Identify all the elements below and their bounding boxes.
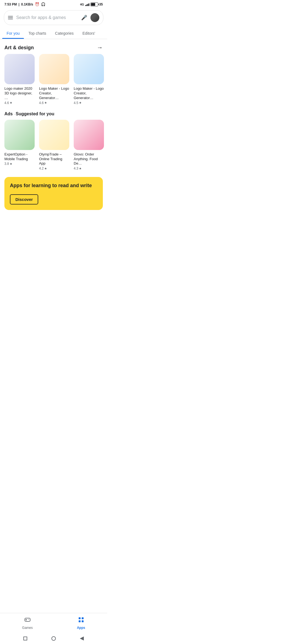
search-placeholder: Search for apps & games (16, 15, 78, 20)
ad-name-2: OlympTrade – Online Trading App (39, 152, 69, 166)
art-design-arrow[interactable]: → (97, 44, 103, 51)
discover-button[interactable]: Discover (10, 194, 38, 204)
app-name-1: Logo maker 2020 3D logo designer, … (4, 86, 35, 100)
alarm-icon: ⏰ (35, 2, 39, 6)
ad-card-3[interactable]: Glovo: Order Anything. Food De… 4.3 ★ (74, 120, 104, 171)
ad-card-1[interactable]: ExpertOption - Mobile Trading 3.8 ★ (4, 120, 35, 171)
ad-icon-3 (74, 120, 104, 150)
ad-star-icon-3: ★ (79, 167, 82, 170)
menu-icon[interactable] (8, 16, 13, 19)
battery-level: 35 (99, 2, 103, 6)
mic-icon[interactable]: 🎤 (81, 15, 87, 21)
art-design-header: Art & design → (0, 39, 107, 54)
search-container: Search for apps & games 🎤 (0, 7, 107, 28)
headphone-icon: 🎧 (41, 2, 45, 6)
battery-icon (90, 2, 98, 6)
app-icon-2 (39, 54, 69, 84)
app-rating-2: 4.6 ★ (39, 101, 69, 105)
art-design-title: Art & design (4, 45, 34, 51)
ad-rating-3: 4.3 ★ (74, 167, 104, 170)
star-icon-2: ★ (44, 101, 47, 105)
network-speed-value: 0.1KB/s (21, 2, 33, 6)
app-card-2[interactable]: Logo Maker - Logo Creator, Generator… 4.… (39, 54, 69, 105)
star-icon-3: ★ (79, 101, 82, 105)
star-icon-1: ★ (10, 101, 12, 105)
ad-star-icon-2: ★ (44, 167, 47, 170)
ad-rating-1: 3.8 ★ (4, 162, 35, 166)
art-design-app-row: Logo maker 2020 3D logo designer, … 4.6 … (0, 54, 107, 109)
tabs-bar: For you Top charts Categories Editors' (0, 28, 107, 39)
ad-name-1: ExpertOption - Mobile Trading (4, 152, 35, 162)
tab-editors[interactable]: Editors' (78, 28, 100, 39)
network-speed: | (18, 2, 19, 6)
promo-card: Apps for learning to read and write Disc… (4, 177, 103, 210)
app-card-1[interactable]: Logo maker 2020 3D logo designer, … 4.6 … (4, 54, 35, 105)
ad-star-icon-1: ★ (10, 162, 12, 166)
carrier-label: 4G (80, 3, 84, 6)
app-rating-3: 4.5 ★ (74, 101, 104, 105)
time: 7:53 PM (4, 2, 17, 6)
app-icon-3 (74, 54, 104, 84)
app-rating-1: 4.6 ★ (4, 101, 35, 105)
tab-categories[interactable]: Categories (51, 28, 78, 39)
ad-icon-2 (39, 120, 69, 150)
app-name-3: Logo Maker - Logo Creator, Generator… (74, 86, 104, 100)
tab-top-charts[interactable]: Top charts (24, 28, 51, 39)
status-bar: 7:53 PM | 0.1KB/s ⏰ 🎧 4G 35 (0, 0, 107, 7)
ads-app-row: ExpertOption - Mobile Trading 3.8 ★ Olym… (0, 118, 107, 175)
ad-icon-1 (4, 120, 35, 150)
promo-title: Apps for learning to read and write (10, 182, 97, 189)
ad-rating-2: 4.2 ★ (39, 167, 69, 170)
ad-card-2[interactable]: OlympTrade – Online Trading App 4.2 ★ (39, 120, 69, 171)
tab-for-you[interactable]: For you (2, 28, 24, 39)
app-card-3[interactable]: Logo Maker - Logo Creator, Generator… 4.… (74, 54, 104, 105)
ads-section: Ads · Suggested for you (0, 109, 107, 116)
status-right: 4G 35 (80, 2, 103, 6)
app-icon-1 (4, 54, 35, 84)
status-left: 7:53 PM | 0.1KB/s ⏰ 🎧 (4, 2, 45, 6)
avatar[interactable] (90, 13, 99, 22)
signal-icon (85, 3, 89, 6)
app-name-2: Logo Maker - Logo Creator, Generator… (39, 86, 69, 100)
search-bar[interactable]: Search for apps & games 🎤 (4, 10, 103, 25)
ads-label: Ads · Suggested for you (4, 111, 103, 116)
ad-name-3: Glovo: Order Anything. Food De… (74, 152, 104, 166)
